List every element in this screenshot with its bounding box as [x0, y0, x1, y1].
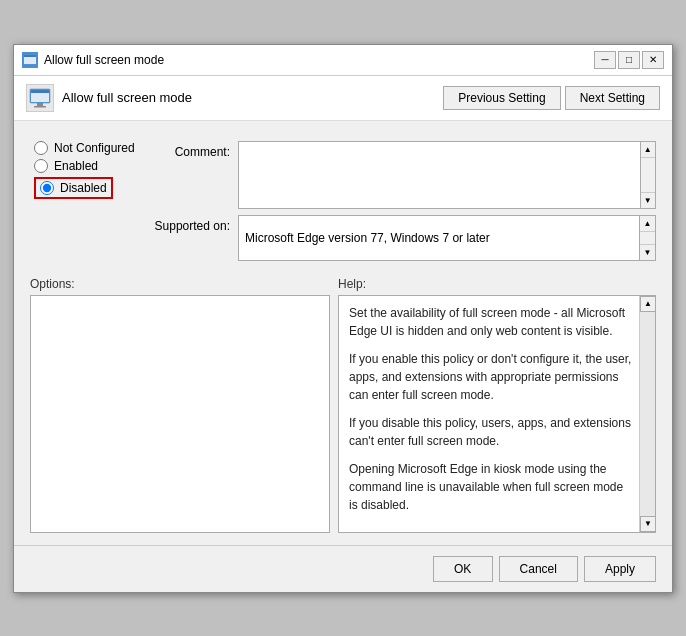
ok-button[interactable]: OK: [433, 556, 493, 582]
not-configured-radio[interactable]: [34, 141, 48, 155]
comment-label: Comment:: [150, 141, 230, 159]
help-scrollbar: ▲ ▼: [639, 296, 655, 532]
not-configured-option[interactable]: Not Configured: [34, 141, 150, 155]
supported-textarea-wrapper: Microsoft Edge version 77, Windows 7 or …: [238, 215, 656, 261]
lower-section: Options: Help: Set the availability of f…: [30, 277, 656, 533]
comment-row: Comment: ▲ ▼: [150, 141, 656, 209]
supported-scroll-up[interactable]: ▲: [640, 216, 655, 232]
help-scroll-down[interactable]: ▼: [640, 516, 656, 532]
help-content: Set the availability of full screen mode…: [338, 295, 656, 533]
bottom-bar: OK Cancel Apply: [14, 545, 672, 592]
enabled-radio[interactable]: [34, 159, 48, 173]
maximize-button[interactable]: □: [618, 51, 640, 69]
svg-rect-1: [24, 57, 36, 64]
help-scroll-track: [640, 312, 655, 516]
apply-button[interactable]: Apply: [584, 556, 656, 582]
options-panel: Options:: [30, 277, 330, 533]
help-para-2: If you enable this policy or don't confi…: [349, 350, 635, 404]
disabled-label: Disabled: [60, 181, 107, 195]
supported-scrollbar: ▲ ▼: [640, 215, 656, 261]
supported-field-area: Microsoft Edge version 77, Windows 7 or …: [238, 215, 656, 261]
help-para-1: Set the availability of full screen mode…: [349, 304, 635, 340]
svg-rect-6: [37, 103, 43, 106]
main-dialog: Allow full screen mode ─ □ ✕ Allow full …: [13, 44, 673, 593]
options-label: Options:: [30, 277, 330, 291]
svg-rect-7: [34, 106, 46, 108]
help-scroll-up[interactable]: ▲: [640, 296, 656, 312]
header-left: Allow full screen mode: [26, 84, 192, 112]
comment-scroll-down[interactable]: ▼: [641, 192, 655, 208]
previous-setting-button[interactable]: Previous Setting: [443, 86, 560, 110]
disabled-option[interactable]: Disabled: [34, 177, 113, 199]
supported-row: Supported on: Microsoft Edge version 77,…: [150, 215, 656, 261]
svg-rect-4: [31, 93, 49, 102]
options-content: [30, 295, 330, 533]
radio-section: Not Configured Enabled Disabled: [30, 133, 150, 269]
cancel-button[interactable]: Cancel: [499, 556, 578, 582]
header-title: Allow full screen mode: [62, 90, 192, 105]
right-fields: Comment: ▲ ▼ Supported on:: [150, 133, 656, 269]
next-setting-button[interactable]: Next Setting: [565, 86, 660, 110]
help-text: Set the availability of full screen mode…: [339, 296, 655, 532]
title-bar-controls: ─ □ ✕: [594, 51, 664, 69]
title-text: Allow full screen mode: [44, 53, 164, 67]
supported-label: Supported on:: [150, 215, 230, 233]
minimize-button[interactable]: ─: [594, 51, 616, 69]
supported-scroll-down[interactable]: ▼: [640, 244, 655, 260]
help-label: Help:: [338, 277, 656, 291]
comment-field-area: ▲ ▼: [238, 141, 656, 209]
header-icon: [26, 84, 54, 112]
enabled-option[interactable]: Enabled: [34, 159, 150, 173]
supported-value: Microsoft Edge version 77, Windows 7 or …: [238, 215, 640, 261]
help-panel: Help: Set the availability of full scree…: [338, 277, 656, 533]
main-area: Not Configured Enabled Disabled Comment:: [30, 133, 656, 269]
disabled-radio[interactable]: [40, 181, 54, 195]
comment-scrollbar: ▲ ▼: [641, 141, 656, 209]
enabled-label: Enabled: [54, 159, 98, 173]
comment-textarea-wrapper: ▲ ▼: [238, 141, 656, 209]
comment-scroll-up[interactable]: ▲: [641, 142, 655, 158]
title-bar: Allow full screen mode ─ □ ✕: [14, 45, 672, 76]
svg-rect-5: [31, 90, 49, 93]
title-bar-left: Allow full screen mode: [22, 52, 164, 68]
close-button[interactable]: ✕: [642, 51, 664, 69]
not-configured-label: Not Configured: [54, 141, 135, 155]
content-area: Not Configured Enabled Disabled Comment:: [14, 121, 672, 545]
dialog-icon: [22, 52, 38, 68]
header-buttons: Previous Setting Next Setting: [443, 86, 660, 110]
help-para-3: If you disable this policy, users, apps,…: [349, 414, 635, 450]
comment-textarea[interactable]: [238, 141, 641, 209]
header-bar: Allow full screen mode Previous Setting …: [14, 76, 672, 121]
svg-rect-2: [24, 55, 36, 57]
help-para-4: Opening Microsoft Edge in kiosk mode usi…: [349, 460, 635, 514]
